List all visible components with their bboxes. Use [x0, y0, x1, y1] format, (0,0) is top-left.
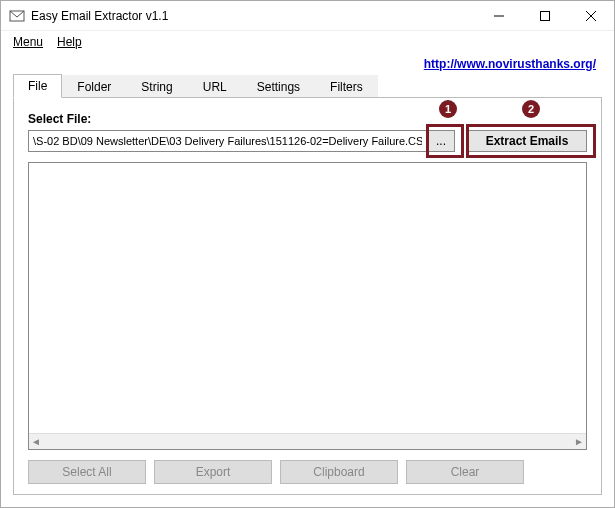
close-button[interactable]	[568, 1, 614, 30]
minimize-button[interactable]	[476, 1, 522, 30]
results-content	[29, 163, 586, 433]
tab-file[interactable]: File	[13, 74, 62, 98]
bottom-button-row: Select All Export Clipboard Clear	[28, 460, 587, 484]
scroll-right-icon[interactable]: ►	[574, 436, 584, 447]
extract-emails-button[interactable]: Extract Emails	[467, 130, 587, 152]
window-title: Easy Email Extractor v1.1	[31, 9, 476, 23]
menu-item-menu[interactable]: Menu	[7, 33, 49, 51]
maximize-button[interactable]	[522, 1, 568, 30]
export-button[interactable]: Export	[154, 460, 272, 484]
app-window: Easy Email Extractor v1.1 Menu Help http…	[0, 0, 615, 508]
browse-button[interactable]: ...	[427, 130, 455, 152]
file-tab-panel: Select File: ... Extract Emails 1 2 ◄ ► …	[13, 97, 602, 495]
tab-filters[interactable]: Filters	[315, 75, 378, 98]
file-row: ... Extract Emails 1 2	[28, 130, 587, 152]
svg-rect-2	[541, 11, 550, 20]
tab-string[interactable]: String	[126, 75, 187, 98]
clear-button[interactable]: Clear	[406, 460, 524, 484]
clipboard-button[interactable]: Clipboard	[280, 460, 398, 484]
tab-strip: File Folder String URL Settings Filters	[1, 73, 614, 97]
app-icon	[9, 8, 25, 24]
title-bar: Easy Email Extractor v1.1	[1, 1, 614, 31]
tab-settings[interactable]: Settings	[242, 75, 315, 98]
select-file-label: Select File:	[28, 112, 587, 126]
tab-folder[interactable]: Folder	[62, 75, 126, 98]
select-all-button[interactable]: Select All	[28, 460, 146, 484]
results-list[interactable]: ◄ ►	[28, 162, 587, 450]
menu-item-help[interactable]: Help	[51, 33, 88, 51]
horizontal-scrollbar[interactable]: ◄ ►	[29, 433, 586, 449]
scroll-left-icon[interactable]: ◄	[31, 436, 41, 447]
website-link[interactable]: http://www.novirusthanks.org/	[424, 57, 596, 71]
menu-bar: Menu Help	[1, 31, 614, 53]
file-path-input[interactable]	[28, 130, 427, 152]
window-controls	[476, 1, 614, 30]
tab-url[interactable]: URL	[188, 75, 242, 98]
link-row: http://www.novirusthanks.org/	[1, 53, 614, 73]
